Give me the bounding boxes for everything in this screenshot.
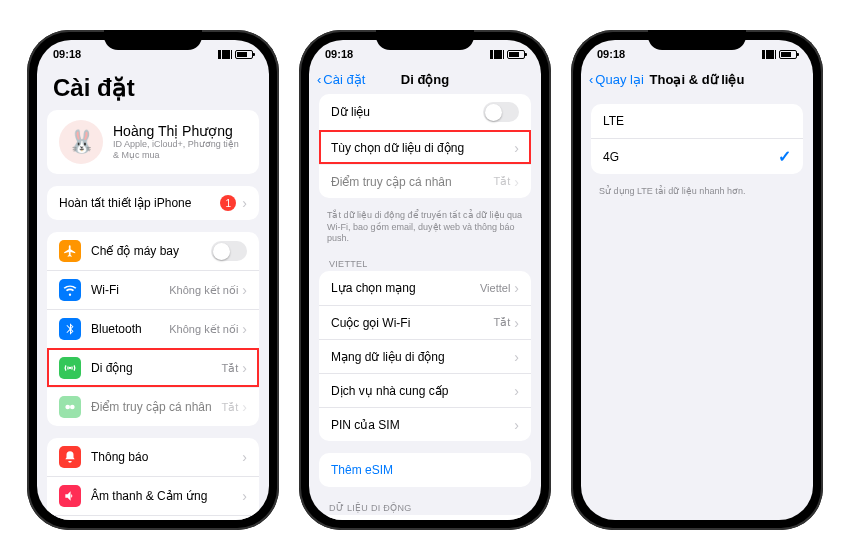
wifi-value: Không kết nối: [169, 284, 238, 297]
phone-3: 09:18 ‹ Quay lại Thoại & dữ liệu: [571, 30, 823, 530]
focus-row[interactable]: Tập trung ›: [47, 515, 259, 520]
notifications-row[interactable]: Thông báo ›: [47, 438, 259, 476]
notch: [648, 30, 746, 50]
cellular-scroll[interactable]: Dữ liệu Tùy chọn dữ liệu di động › Điểm …: [309, 94, 541, 520]
wifi-calling-value: Tắt: [494, 316, 511, 329]
4g-row[interactable]: 4G ✓: [591, 138, 803, 174]
phone-triptych: 09:18 Cài đặt 🐰 Hoàng Thị Phượng ID Appl…: [0, 0, 850, 550]
chevron-left-icon: ‹: [317, 72, 321, 87]
cellular-icon: [59, 357, 81, 379]
data-options-label: Tùy chọn dữ liệu di động: [331, 141, 514, 155]
airplane-mode-row[interactable]: Chế độ máy bay: [47, 232, 259, 270]
sim-pin-row[interactable]: PIN của SIM ›: [319, 407, 531, 441]
current-period-row[interactable]: Thời gian hiện tại 36,3 GB: [319, 515, 531, 520]
svg-point-1: [70, 405, 75, 410]
data-network-row[interactable]: Mạng dữ liệu di động ›: [319, 339, 531, 373]
chevron-right-icon: ›: [242, 360, 247, 376]
hotspot-value: Tắt: [494, 175, 511, 188]
chevron-left-icon: ‹: [589, 72, 593, 87]
notification-badge: 1: [220, 195, 236, 211]
carrier-services-row[interactable]: Dịch vụ nhà cung cấp ›: [319, 373, 531, 407]
esim-group: Thêm eSIM: [319, 453, 531, 487]
sounds-icon: [59, 485, 81, 507]
bluetooth-icon: [59, 318, 81, 340]
chevron-right-icon: ›: [514, 140, 519, 156]
bluetooth-label: Bluetooth: [91, 322, 169, 336]
voice-data-note: Sử dụng LTE tải dữ liệu nhanh hơn.: [581, 186, 813, 208]
notifications-icon: [59, 446, 81, 468]
data-network-label: Mạng dữ liệu di động: [331, 350, 514, 364]
profile-group: 🐰 Hoàng Thị Phượng ID Apple, iCloud+, Ph…: [47, 110, 259, 174]
add-esim-row[interactable]: Thêm eSIM: [319, 453, 531, 487]
battery-icon: [235, 50, 253, 59]
finish-setup-group: Hoàn tất thiết lập iPhone 1 ›: [47, 186, 259, 220]
wifi-label: Wi-Fi: [91, 283, 169, 297]
carrier-header: VIETTEL: [309, 255, 541, 271]
lte-label: LTE: [603, 114, 791, 128]
hotspot-row[interactable]: Điểm truy cập cá nhân Tắt ›: [319, 164, 531, 198]
data-note: Tắt dữ liệu di động để truyền tất cả dữ …: [309, 210, 541, 255]
status-indicators: [762, 50, 797, 59]
screen-cellular: 09:18 ‹ Cài đặt Di động: [309, 40, 541, 520]
hotspot-label: Điểm truy cập cá nhân: [91, 400, 222, 414]
voice-data-content: ‹ Quay lại Thoại & dữ liệu LTE 4G ✓ Sử d…: [581, 64, 813, 520]
chevron-right-icon: ›: [242, 399, 247, 415]
back-label: Cài đặt: [323, 72, 365, 87]
chevron-right-icon: ›: [242, 195, 247, 211]
signal-icon: [490, 50, 504, 59]
cellular-data-label: Dữ liệu: [331, 105, 483, 119]
chevron-right-icon: ›: [242, 449, 247, 465]
airplane-toggle[interactable]: [211, 241, 247, 261]
chevron-right-icon: ›: [514, 315, 519, 331]
lte-row[interactable]: LTE: [591, 104, 803, 138]
sounds-row[interactable]: Âm thanh & Cảm ứng ›: [47, 476, 259, 515]
chevron-right-icon: ›: [242, 282, 247, 298]
notch: [104, 30, 202, 50]
cellular-label: Di động: [91, 361, 222, 375]
back-button[interactable]: ‹ Cài đặt: [317, 72, 365, 87]
add-esim-label: Thêm eSIM: [331, 463, 519, 477]
4g-label: 4G: [603, 150, 778, 164]
status-time: 09:18: [597, 48, 625, 60]
wifi-row[interactable]: Wi-Fi Không kết nối ›: [47, 270, 259, 309]
chevron-right-icon: ›: [242, 321, 247, 337]
finish-setup-row[interactable]: Hoàn tất thiết lập iPhone 1 ›: [47, 186, 259, 220]
status-time: 09:18: [53, 48, 81, 60]
options-group: LTE 4G ✓: [591, 104, 803, 174]
hotspot-label: Điểm truy cập cá nhân: [331, 175, 494, 189]
svg-point-0: [65, 405, 70, 410]
settings-content[interactable]: Cài đặt 🐰 Hoàng Thị Phượng ID Apple, iCl…: [37, 64, 269, 520]
screen-settings: 09:18 Cài đặt 🐰 Hoàng Thị Phượng ID Appl…: [37, 40, 269, 520]
checkmark-icon: ✓: [778, 147, 791, 166]
hotspot-icon: [59, 396, 81, 418]
bluetooth-value: Không kết nối: [169, 323, 238, 336]
cellular-row[interactable]: Di động Tắt ›: [47, 348, 259, 387]
status-indicators: [490, 50, 525, 59]
data-options-row[interactable]: Tùy chọn dữ liệu di động ›: [319, 130, 531, 164]
chevron-right-icon: ›: [514, 383, 519, 399]
back-label: Quay lại: [595, 72, 643, 87]
apple-id-row[interactable]: 🐰 Hoàng Thị Phượng ID Apple, iCloud+, Ph…: [47, 110, 259, 174]
connectivity-group: Chế độ máy bay Wi-Fi Không kết nối ›: [47, 232, 259, 426]
network-selection-label: Lựa chọn mạng: [331, 281, 480, 295]
hotspot-value: Tắt: [222, 401, 239, 414]
hotspot-row[interactable]: Điểm truy cập cá nhân Tắt ›: [47, 387, 259, 426]
nav-header: ‹ Cài đặt Di động: [309, 64, 541, 94]
screen-voice-data: 09:18 ‹ Quay lại Thoại & dữ liệu: [581, 40, 813, 520]
airplane-icon: [59, 240, 81, 262]
cellular-content: ‹ Cài đặt Di động Dữ liệu Tùy chọn dữ li…: [309, 64, 541, 520]
network-selection-row[interactable]: Lựa chọn mạng Viettel ›: [319, 271, 531, 305]
cellular-value: Tắt: [222, 362, 239, 375]
profile-name: Hoàng Thị Phượng: [113, 123, 247, 139]
back-button[interactable]: ‹ Quay lại: [589, 72, 644, 87]
bluetooth-row[interactable]: Bluetooth Không kết nối ›: [47, 309, 259, 348]
wifi-calling-label: Cuộc gọi Wi-Fi: [331, 316, 494, 330]
carrier-services-label: Dịch vụ nhà cung cấp: [331, 384, 514, 398]
wifi-calling-row[interactable]: Cuộc gọi Wi-Fi Tắt ›: [319, 305, 531, 339]
cellular-data-toggle[interactable]: [483, 102, 519, 122]
usage-group: Thời gian hiện tại 36,3 GB: [319, 515, 531, 520]
chevron-right-icon: ›: [514, 174, 519, 190]
cellular-data-row[interactable]: Dữ liệu: [319, 94, 531, 130]
chevron-right-icon: ›: [514, 349, 519, 365]
phone-2: 09:18 ‹ Cài đặt Di động: [299, 30, 551, 530]
